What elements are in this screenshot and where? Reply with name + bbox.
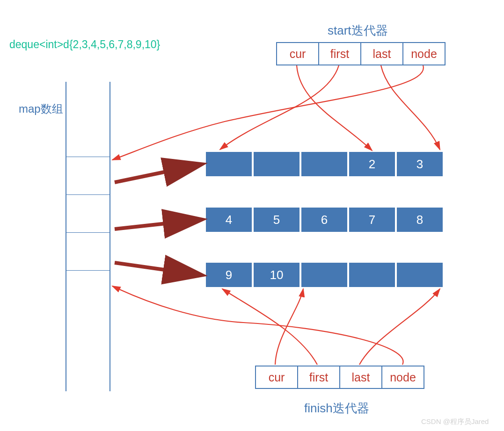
start-iterator-box: cur first last node — [276, 42, 446, 65]
buffer-cell: 3 — [397, 152, 443, 176]
map-array-column — [66, 82, 110, 391]
buffer-cell: 6 — [301, 208, 347, 232]
buffer-cell: 4 — [206, 208, 252, 232]
finish-cur-field: cur — [256, 366, 298, 388]
watermark-text: CSDN @程序员Jared — [421, 417, 489, 426]
svg-line-0 — [115, 165, 200, 182]
buffer-cell — [349, 263, 395, 287]
map-slot — [66, 157, 110, 195]
map-slot — [66, 233, 110, 271]
buffer-cell: 7 — [349, 208, 395, 232]
deque-declaration: deque<int>d{2,3,4,5,6,7,8,9,10} — [9, 38, 160, 51]
buffer-cell: 8 — [397, 208, 443, 232]
finish-node-field: node — [382, 366, 424, 388]
buffer-cell: 10 — [254, 263, 299, 287]
svg-line-1 — [115, 220, 200, 229]
start-first-field: first — [319, 43, 361, 65]
finish-first-field: first — [298, 366, 340, 388]
start-cur-field: cur — [277, 43, 319, 65]
finish-iterator-title: finish迭代器 — [304, 400, 369, 417]
finish-iterator-box: cur first last node — [255, 366, 424, 389]
start-iterator-title: start迭代器 — [328, 22, 388, 39]
buffer-cell — [301, 263, 347, 287]
buffer-row-1: 2 3 — [206, 152, 443, 176]
buffer-cell — [397, 263, 443, 287]
start-last-field: last — [361, 43, 403, 65]
buffer-cell — [301, 152, 347, 176]
svg-line-2 — [115, 263, 200, 275]
map-slot — [66, 195, 110, 233]
buffer-cell — [206, 152, 252, 176]
finish-last-field: last — [340, 366, 382, 388]
buffer-row-3: 9 10 — [206, 263, 443, 287]
start-node-field: node — [403, 43, 445, 65]
buffer-cell: 9 — [206, 263, 252, 287]
buffer-cell: 2 — [349, 152, 395, 176]
buffer-row-2: 4 5 6 7 8 — [206, 208, 443, 232]
map-array-label: map数组 — [19, 101, 63, 116]
buffer-cell — [254, 152, 299, 176]
buffer-cell: 5 — [254, 208, 299, 232]
